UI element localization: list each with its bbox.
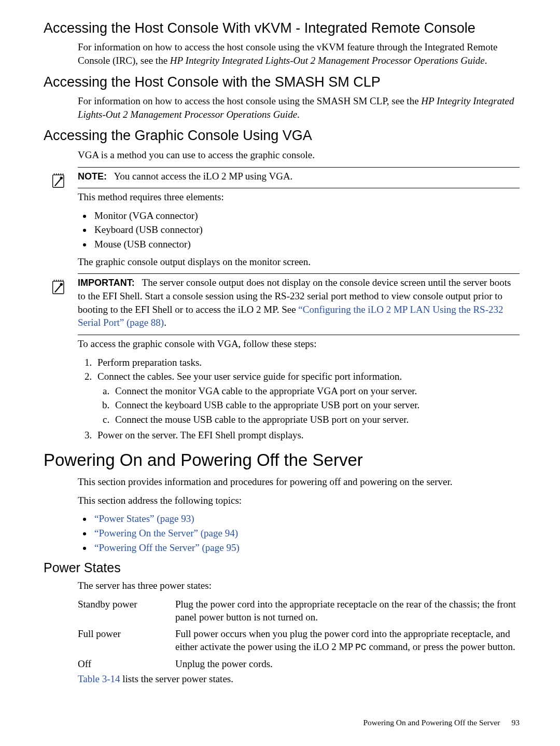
heading-access-vkvm: Accessing the Host Console With vKVM - I…: [44, 19, 520, 37]
link-power-states[interactable]: “Power States” (page 93): [94, 513, 194, 524]
output-line: The graphic console output displays on t…: [78, 255, 520, 269]
doc-title: HP Integrity Integrated Lights-Out 2 Man…: [170, 55, 485, 66]
power-states-list: Standby power Plug the power cord into t…: [78, 598, 520, 671]
topics-list: “Power States” (page 93) “Powering On th…: [78, 512, 520, 554]
mono-pc: PC: [355, 642, 367, 653]
note-block: NOTE: You cannot access the iLO 2 MP usi…: [78, 167, 520, 269]
step-item: Connect the cables. See your user servic…: [94, 370, 520, 426]
divider: [78, 335, 520, 335]
steps-list: Perform preparation tasks. Connect the c…: [78, 356, 520, 442]
page-number: 93: [512, 718, 520, 727]
list-item: Keyboard (USB connector): [92, 223, 520, 237]
link-table[interactable]: Table 3-14: [78, 673, 120, 684]
note-label: NOTE:: [78, 171, 107, 182]
term-standby: Standby power: [78, 598, 172, 624]
divider: [78, 188, 520, 188]
text-tail: lists the server power states.: [120, 673, 233, 684]
requires-line: This method requires three elements:: [78, 190, 520, 204]
desc-off: Unplug the power cords.: [175, 657, 520, 671]
text-b: command, or press the power button.: [367, 641, 515, 652]
substep-item: Connect the mouse USB cable to the appro…: [112, 413, 520, 426]
list-item: Mouse (USB connector): [92, 238, 520, 251]
substep-item: Connect the monitor VGA cable to the app…: [112, 384, 520, 398]
heading-power-states: Power States: [44, 559, 520, 577]
note-icon: [50, 171, 67, 189]
para-states-intro: The server has three power states:: [78, 579, 520, 592]
link-power-on[interactable]: “Powering On the Server” (page 94): [94, 528, 238, 538]
term-full: Full power: [78, 627, 172, 654]
text-tail: .: [485, 55, 487, 66]
list-item: Monitor (VGA connector): [92, 209, 520, 223]
para-vkvm: For information on how to access the hos…: [78, 40, 520, 67]
list-item: “Powering On the Server” (page 94): [92, 527, 520, 540]
footer-title: Powering On and Powering Off the Server: [363, 718, 500, 727]
text: For information on how to access the hos…: [78, 95, 421, 106]
substep-item: Connect the keyboard USB cable to the ap…: [112, 398, 520, 412]
important-icon: [50, 278, 67, 295]
list-item: “Powering Off the Server” (page 95): [92, 541, 520, 555]
text-tail: .: [297, 109, 300, 120]
table-ref: Table 3-14 lists the server power states…: [78, 672, 520, 686]
para-vga-intro: VGA is a method you can use to access th…: [78, 148, 520, 162]
important-block: IMPORTANT: The server console output doe…: [78, 273, 520, 441]
step-item: Power on the server. The EFI Shell promp…: [94, 429, 520, 442]
divider: [78, 273, 520, 274]
requirements-list: Monitor (VGA connector) Keyboard (USB co…: [78, 209, 520, 251]
term-off: Off: [78, 657, 172, 671]
para-smash: For information on how to access the hos…: [78, 94, 520, 121]
para-power-intro1: This section provides information and pr…: [78, 475, 520, 489]
text-tail: .: [164, 317, 166, 328]
desc-full: Full power occurs when you plug the powe…: [175, 627, 520, 654]
step-text: Connect the cables. See your user servic…: [97, 371, 402, 382]
heading-access-smash: Accessing the Host Console with the SMAS…: [44, 73, 520, 91]
note-line: NOTE: You cannot access the iLO 2 MP usi…: [78, 170, 520, 183]
heading-access-vga: Accessing the Graphic Console Using VGA: [44, 126, 520, 145]
note-text: You cannot access the iLO 2 MP using VGA…: [114, 171, 293, 182]
important-label: IMPORTANT:: [78, 278, 135, 288]
page-footer: Powering On and Powering Off the Server9…: [363, 717, 520, 728]
list-item: “Power States” (page 93): [92, 512, 520, 526]
step-item: Perform preparation tasks.: [94, 356, 520, 369]
steps-intro: To access the graphic console with VGA, …: [78, 337, 520, 351]
heading-powering: Powering On and Powering Off the Server: [44, 449, 520, 472]
link-power-off[interactable]: “Powering Off the Server” (page 95): [94, 542, 240, 553]
desc-standby: Plug the power cord into the appropriate…: [175, 598, 520, 624]
para-power-intro2: This section address the following topic…: [78, 494, 520, 507]
divider: [78, 167, 520, 168]
important-para: IMPORTANT: The server console output doe…: [78, 276, 520, 329]
substeps-list: Connect the monitor VGA cable to the app…: [97, 384, 520, 426]
